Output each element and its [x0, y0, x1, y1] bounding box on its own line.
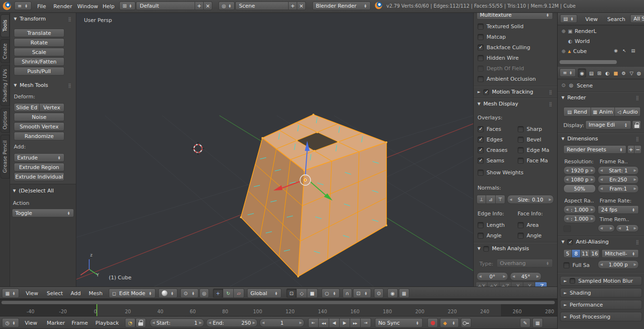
pivot-select[interactable]: ⊙ [180, 288, 198, 298]
checkbox-show-weights[interactable]: Show Weights [478, 169, 523, 176]
opengl-anim-button[interactable]: ▦ [399, 288, 409, 298]
mesh-tools-panel-header[interactable]: ▼Mesh Tools [14, 82, 48, 88]
axis-minus-z-button[interactable]: -Z [535, 282, 547, 287]
checkbox-matcap[interactable]: Matcap [478, 33, 506, 40]
outliner-scrollbar[interactable] [560, 60, 617, 64]
slide-edge-button[interactable]: Slide Ed [14, 103, 40, 112]
snap-element-select[interactable]: ⊡ [353, 288, 371, 298]
sampled-motion-blur-panel[interactable]: ►Sampled Motion Blur [560, 276, 642, 286]
extrude-menu[interactable]: Extrude [14, 153, 64, 162]
opengl-render-button[interactable]: ◉ [387, 288, 398, 298]
lock-interface-button[interactable] [632, 120, 641, 129]
checkbox-edge-marks[interactable]: Edge Ma [518, 147, 549, 153]
panel-checkbox[interactable] [570, 278, 575, 284]
remove-preset-button[interactable]: − [634, 145, 642, 154]
aspect-y-field[interactable]: : 1.000 [563, 214, 596, 223]
timeline-menu-frame[interactable]: Frame [72, 320, 88, 326]
time-old-field[interactable] [598, 224, 615, 232]
analysis-min-field[interactable]: 0° [477, 272, 508, 281]
view3d-menu-mesh[interactable]: Mesh [89, 290, 103, 297]
delete-scene-button[interactable]: × [297, 1, 306, 10]
panel-drag-icon[interactable]: ⣿ [636, 240, 640, 244]
tab-data[interactable]: ▽ [630, 71, 634, 76]
performance-panel[interactable]: ►Performance [560, 300, 642, 309]
menu-file[interactable]: File [37, 3, 46, 10]
frame-start-field[interactable]: Start:1 [150, 318, 204, 327]
grid-icon-button[interactable]: ▦ [532, 318, 543, 328]
tab-object[interactable]: ■ [613, 71, 618, 76]
add-layout-button[interactable]: + [195, 1, 204, 10]
extrude-region-button[interactable]: Extrude Region [14, 163, 64, 171]
frame-end-field[interactable]: En:250 [598, 175, 639, 184]
checkbox-ambient-occlusion[interactable]: Ambient Occlusion [478, 75, 536, 82]
mesh-analysis-panel-header[interactable]: ▼Mesh Analysis [478, 245, 529, 252]
select-mode-face-button[interactable]: ■ [307, 288, 318, 298]
shrink-fatten-button[interactable]: Shrink/Fatten [14, 57, 64, 66]
render-still-button[interactable]: ▤Rend [563, 107, 591, 117]
add-scene-button[interactable]: + [289, 1, 297, 10]
sync-mode-select[interactable]: No Sync [375, 318, 423, 328]
viewport-shading-button[interactable] [158, 288, 177, 298]
manipulator-scale-toggle[interactable]: ▱ [234, 288, 244, 298]
pencil-icon-button[interactable]: ✎ [520, 318, 530, 328]
timeline-editor-button[interactable]: ◷ [2, 318, 19, 328]
outliner-menu-view[interactable]: View [585, 16, 598, 22]
delete-layout-button[interactable]: × [204, 1, 212, 10]
frame-end-field[interactable]: End:250 [206, 318, 258, 327]
aa-samples-16-button[interactable]: 16 [590, 249, 600, 258]
checkbox-creases[interactable]: Creases [478, 147, 508, 153]
resolution-y-field[interactable]: 1080 p [563, 175, 596, 184]
tab-tools[interactable]: Tools [0, 14, 10, 37]
vertex-normals-toggle[interactable]: ⊥ [477, 195, 486, 204]
motion-tracking-panel-header[interactable]: ►Motion Tracking [478, 89, 533, 95]
render-audio-button[interactable]: ◁Audio [615, 107, 641, 117]
randomize-button[interactable]: Randomize [14, 132, 64, 140]
tab-render-layers[interactable]: ▤ [589, 71, 593, 76]
auto-keyframe-toggle[interactable] [427, 318, 438, 328]
tab-scene[interactable]: ⊞ [597, 71, 601, 76]
time-new-field[interactable]: 1 [616, 224, 639, 232]
editor-type-info-button[interactable]: ≡ [14, 1, 31, 10]
checkbox-textured-solid[interactable]: Textured Solid [478, 23, 524, 30]
tab-grease-pencil[interactable]: Grease Pencil [0, 135, 10, 179]
checkbox-full-sample[interactable]: Full Sa [563, 262, 590, 268]
panel-drag-icon[interactable]: ⣿ [636, 137, 640, 141]
frame-start-field[interactable]: Start: 1 [598, 166, 639, 175]
axis-minus-y-button[interactable]: -Y [523, 282, 535, 287]
analysis-max-field[interactable]: 45° [510, 272, 541, 281]
slide-vertex-button[interactable]: Vertex [40, 103, 64, 112]
eye-icon[interactable]: ◉ [614, 48, 618, 53]
lock-time-toggle[interactable] [135, 318, 146, 328]
checkbox-hidden-wire[interactable]: Hidden Wire [478, 54, 519, 61]
render-presets-select[interactable]: Render Presets [563, 145, 626, 154]
panel-drag-icon[interactable]: ⣿ [636, 96, 640, 100]
renderability-icon[interactable]: ▤ [631, 48, 635, 53]
checkbox-edges[interactable]: Edges [478, 136, 502, 143]
timeline-ruler[interactable]: -40 -20 0 20 40 60 80 100 120 140 160 18… [0, 299, 557, 316]
checkbox-face-marks[interactable]: Face Ma [518, 157, 548, 164]
smooth-vertex-button[interactable]: Smooth Vertex [14, 122, 64, 131]
outliner-menu-search[interactable]: Search [607, 16, 625, 22]
rotate-button[interactable]: Rotate [14, 38, 64, 47]
scene-name-field[interactable]: Scene [235, 1, 289, 10]
next-keyframe-button[interactable]: ▶▶ [350, 318, 361, 328]
axis-plus-x-button[interactable]: +X [476, 282, 488, 287]
shading-panel[interactable]: ►Shading [560, 288, 642, 297]
extrude-individual-button[interactable]: Extrude Individual [14, 172, 64, 181]
scene-browser-icon-button[interactable]: ◎ [218, 1, 235, 10]
render-panel-header[interactable]: ▼Render [561, 95, 586, 101]
outliner-item-renderlayers[interactable]: ⊕ ▣ RenderL [561, 27, 596, 35]
axis-plus-y-button[interactable]: +Y [488, 282, 499, 287]
outliner-scope-select[interactable]: All Sc [630, 14, 644, 23]
frame-step-field[interactable]: Fram:1 [598, 184, 639, 193]
loose-normals-toggle[interactable]: ⊿ [486, 195, 496, 204]
checkbox-face-area[interactable]: Area [518, 222, 539, 228]
checkbox-edge-angle[interactable]: Angle [478, 232, 501, 239]
expand-icon[interactable]: ⊕ [561, 49, 565, 54]
insert-keyframe-button[interactable] [461, 318, 471, 328]
panel-drag-icon[interactable]: ⣿ [549, 102, 553, 106]
keying-set-select[interactable]: ◆ [440, 318, 459, 328]
screen-layout-name-field[interactable]: Default [136, 1, 195, 10]
jump-to-start-button[interactable]: ⇤ [308, 318, 319, 328]
checkbox-backface-culling[interactable]: Backface Culling [478, 44, 530, 51]
